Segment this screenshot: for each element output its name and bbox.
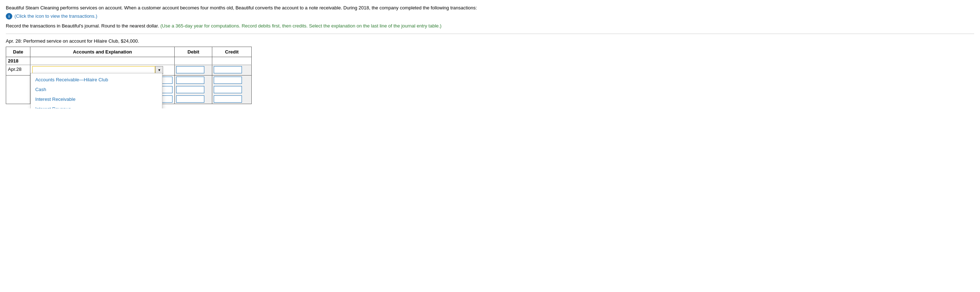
section-divider [6,33,974,34]
debit-cell-row1 [175,65,212,76]
account-dropdown-menu: Accounts Receivable—Hilaire Club Cash In… [30,73,162,108]
credit-input-row4[interactable] [214,95,242,103]
credit-input-row1[interactable] [214,66,242,73]
header-accounts: Accounts and Explanation [30,47,175,57]
header-date: Date [6,47,30,57]
year-debit-cell [175,57,212,65]
date-cell-4 [6,94,30,104]
header-debit: Debit [175,47,212,57]
transaction-label: Apr. 28: Performed service on account fo… [6,38,974,44]
journal-table-container: Date Accounts and Explanation Debit Cred… [6,47,974,104]
instruction-paragraph: Record the transactions in Beautiful's j… [6,22,974,30]
debit-cell-row2 [175,76,212,85]
table-row-apr28: Apr.28 ▼ Accounts Receivable—Hilaire Clu… [6,65,252,76]
year-accounts-cell [30,57,175,65]
debit-input-row2[interactable] [176,77,204,84]
year-credit-cell [212,57,252,65]
date-cell: Apr.28 [6,65,30,76]
debit-cell-row3 [175,85,212,94]
click-to-view-link[interactable]: (Click the icon to view the transactions… [14,13,97,19]
info-icon[interactable]: i [6,13,12,19]
dropdown-item-interest-revenue[interactable]: Interest Revenue [31,104,162,108]
date-cell-2 [6,76,30,85]
credit-cell-row2 [212,76,252,85]
debit-input-row4[interactable] [176,95,204,103]
debit-input-row3[interactable] [176,86,204,93]
header-credit: Credit [212,47,252,57]
date-cell-3 [6,85,30,94]
credit-input-row2[interactable] [214,77,242,84]
credit-cell-row3 [212,85,252,94]
debit-input-row1[interactable] [176,66,204,73]
credit-input-row3[interactable] [214,86,242,93]
dropdown-item-interest-receivable[interactable]: Interest Receivable [31,94,162,104]
chevron-down-icon: ▼ [158,68,161,72]
year-cell: 2018 [6,57,30,65]
debit-cell-row4 [175,94,212,104]
accounts-cell-dropdown: ▼ Accounts Receivable—Hilaire Club Cash … [30,65,175,76]
credit-cell-row1 [212,65,252,76]
intro-paragraph: Beautiful Steam Cleaning performs servic… [6,4,974,11]
dropdown-item-cash[interactable]: Cash [31,84,162,94]
table-header-row: Date Accounts and Explanation Debit Cred… [6,47,252,57]
journal-table: Date Accounts and Explanation Debit Cred… [6,47,252,104]
dropdown-item-accounts-receivable[interactable]: Accounts Receivable—Hilaire Club [31,75,162,84]
year-row: 2018 [6,57,252,65]
credit-cell-row4 [212,94,252,104]
